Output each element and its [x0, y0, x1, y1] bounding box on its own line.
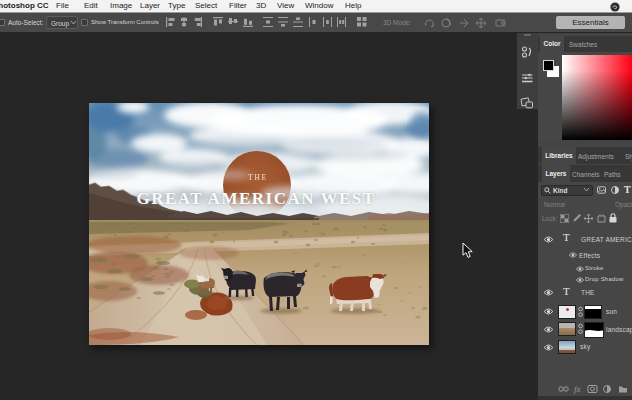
- svg-text:fx: fx: [574, 384, 581, 394]
- svg-text:GREAT AMERICAN WEST: GREAT AMERICAN WEST: [136, 189, 375, 208]
- svg-text:THE: THE: [248, 173, 268, 182]
